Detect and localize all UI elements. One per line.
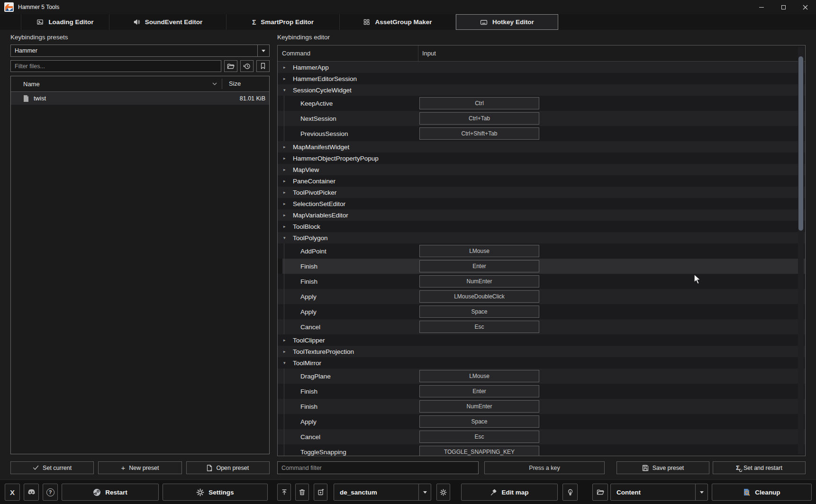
tree-group-row[interactable]: ▸HammerEditorSession <box>278 73 805 84</box>
keybinding-input-button[interactable]: LMouse <box>419 370 539 382</box>
map-dropdown[interactable]: de_sanctum <box>334 484 431 501</box>
tree-group-row[interactable]: ▸ToolClipper <box>278 334 805 346</box>
content-folder-button[interactable] <box>592 484 608 501</box>
tree-binding-row[interactable]: PreviousSessionCtrl+Shift+Tab <box>278 126 805 141</box>
keybinding-input-button[interactable]: Ctrl+Tab <box>419 112 539 125</box>
tree-group-row[interactable]: ▸MapVariablesEditor <box>278 209 805 221</box>
set-and-restart-button[interactable]: Σ Set and restart <box>713 461 806 474</box>
bookmark-button[interactable] <box>256 60 270 72</box>
open-preset-button[interactable]: Open preset <box>186 461 270 474</box>
keybinding-input-button[interactable]: Ctrl <box>419 97 539 109</box>
tree-group-row[interactable]: ▾ToolPolygon <box>278 232 805 243</box>
keybinding-input-button[interactable]: Enter <box>419 385 539 397</box>
keybinding-input-button[interactable]: NumEnter <box>419 275 539 288</box>
new-preset-button[interactable]: + New preset <box>98 461 181 474</box>
set-current-button[interactable]: Set current <box>10 461 94 474</box>
tree-binding-row[interactable]: FinishEnter <box>278 259 805 274</box>
keybinding-input-button[interactable]: Enter <box>419 260 539 272</box>
new-file-button[interactable] <box>314 484 327 501</box>
chevron-right-icon[interactable]: ▸ <box>283 156 293 161</box>
chevron-down-icon[interactable]: ▾ <box>283 88 293 92</box>
keybinding-input-button[interactable]: Space <box>419 415 539 428</box>
keybinding-input-button[interactable]: LMouse <box>419 245 539 257</box>
x-social-button[interactable]: X <box>5 484 20 501</box>
tree-group-row[interactable]: ▸MapView <box>278 164 805 175</box>
keybinding-input-button[interactable]: LMouseDoubleClick <box>419 290 539 303</box>
tab-hotkey-editor[interactable]: Hotkey Editor <box>456 14 558 30</box>
keybinding-input-button[interactable]: Esc <box>419 431 539 443</box>
help-button[interactable]: ? <box>43 484 58 501</box>
press-a-key-field[interactable]: Press a key <box>484 461 605 474</box>
tree-binding-row[interactable]: ApplySpace <box>278 304 805 319</box>
tree-binding-row[interactable]: CancelEsc <box>278 429 805 444</box>
content-dropdown[interactable]: Content <box>610 484 708 501</box>
chevron-right-icon[interactable]: ▸ <box>283 201 293 206</box>
tree-binding-row[interactable]: KeepActiveCtrl <box>278 96 805 111</box>
tree-group-row[interactable]: ▸ToolTextureProjection <box>278 346 805 357</box>
tree-binding-row[interactable]: ApplySpace <box>278 414 805 429</box>
tree-group-row[interactable]: ▸SelectionSetEditor <box>278 198 805 209</box>
chevron-down-icon[interactable] <box>257 45 269 56</box>
vertical-scrollbar[interactable] <box>798 47 804 454</box>
chevron-right-icon[interactable]: ▸ <box>283 65 293 70</box>
filter-files-input[interactable] <box>10 60 221 72</box>
keybinding-input-button[interactable]: NumEnter <box>419 400 539 413</box>
chevron-right-icon[interactable]: ▸ <box>283 190 293 195</box>
chevron-right-icon[interactable]: ▸ <box>283 167 293 172</box>
tree-binding-row[interactable]: ToggleSnappingTOGGLE_SNAPPING_KEY <box>278 444 805 456</box>
close-button[interactable] <box>794 0 816 14</box>
cleanup-button[interactable]: Cleanup <box>712 484 812 501</box>
scrollbar-thumb[interactable] <box>798 56 803 231</box>
tree-binding-row[interactable]: FinishNumEnter <box>278 274 805 289</box>
settings-button[interactable]: Settings <box>163 484 268 501</box>
delete-button[interactable] <box>295 484 309 501</box>
tree-group-row[interactable]: ▸MapManifestWidget <box>278 141 805 153</box>
tree-group-row[interactable]: ▾ToolMirror <box>278 357 805 369</box>
chevron-right-icon[interactable]: ▸ <box>283 144 293 149</box>
tree-binding-row[interactable]: CancelEsc <box>278 319 805 334</box>
restart-button[interactable]: Restart <box>62 484 159 501</box>
tree-binding-row[interactable]: DragPlaneLMouse <box>278 369 805 384</box>
tab-soundevent-editor[interactable]: SoundEvent Editor <box>109 14 227 30</box>
chevron-right-icon[interactable]: ▸ <box>283 76 293 81</box>
chevron-right-icon[interactable]: ▸ <box>283 224 293 229</box>
lightbulb-button[interactable] <box>562 484 578 501</box>
upload-button[interactable] <box>277 484 291 501</box>
tree-group-row[interactable]: ▾SessionCycleWidget <box>278 84 805 96</box>
preset-dropdown[interactable]: Hammer <box>10 45 270 57</box>
tree-group-row[interactable]: ▸ToolPivotPicker <box>278 187 805 198</box>
tree-group-row[interactable]: ▸HammerObjectPropertyPopup <box>278 153 805 164</box>
map-settings-button[interactable] <box>436 484 450 501</box>
tree-binding-row[interactable]: NextSessionCtrl+Tab <box>278 111 805 126</box>
file-row-twist[interactable]: twist 81.01 KiB <box>11 92 269 105</box>
minimize-button[interactable] <box>751 0 772 14</box>
chevron-right-icon[interactable]: ▸ <box>283 349 293 354</box>
keybinding-input-button[interactable]: Esc <box>419 321 539 333</box>
tree-binding-row[interactable]: FinishNumEnter <box>278 399 805 414</box>
chevron-down-icon[interactable]: ▾ <box>283 235 293 240</box>
tab-assetgroup-maker[interactable]: AssetGroup Maker <box>340 14 456 30</box>
chevron-down-icon[interactable]: ▾ <box>283 360 293 365</box>
tab-smartprop-editor[interactable]: Σ SmartProp Editor <box>227 14 340 30</box>
save-preset-button[interactable]: Save preset <box>617 461 709 474</box>
chevron-right-icon[interactable]: ▸ <box>283 338 293 342</box>
chevron-down-icon[interactable] <box>695 484 707 500</box>
keybinding-input-button[interactable]: Ctrl+Shift+Tab <box>419 127 539 140</box>
chevron-right-icon[interactable]: ▸ <box>283 213 293 217</box>
edit-map-button[interactable]: Edit map <box>461 484 558 501</box>
tree-binding-row[interactable]: ApplyLMouseDoubleClick <box>278 289 805 304</box>
column-header-command[interactable]: Command <box>278 45 418 61</box>
keybinding-input-button[interactable]: TOGGLE_SNAPPING_KEY <box>419 446 539 456</box>
tab-loading-editor[interactable]: Loading Editor <box>21 14 109 30</box>
sort-chevron-icon[interactable] <box>212 82 217 85</box>
chevron-down-icon[interactable] <box>418 484 431 500</box>
tree-binding-row[interactable]: FinishEnter <box>278 384 805 399</box>
tree-binding-row[interactable]: AddPointLMouse <box>278 243 805 259</box>
keybinding-input-button[interactable]: Space <box>419 306 539 318</box>
column-header-size[interactable]: Size <box>222 79 269 89</box>
tree-group-row[interactable]: ▸PaneContainer <box>278 175 805 187</box>
maximize-button[interactable] <box>772 0 794 14</box>
tree-group-row[interactable]: ▸HammerApp <box>278 62 805 73</box>
column-header-name[interactable]: Name <box>11 76 222 91</box>
command-filter-input[interactable] <box>277 461 479 474</box>
